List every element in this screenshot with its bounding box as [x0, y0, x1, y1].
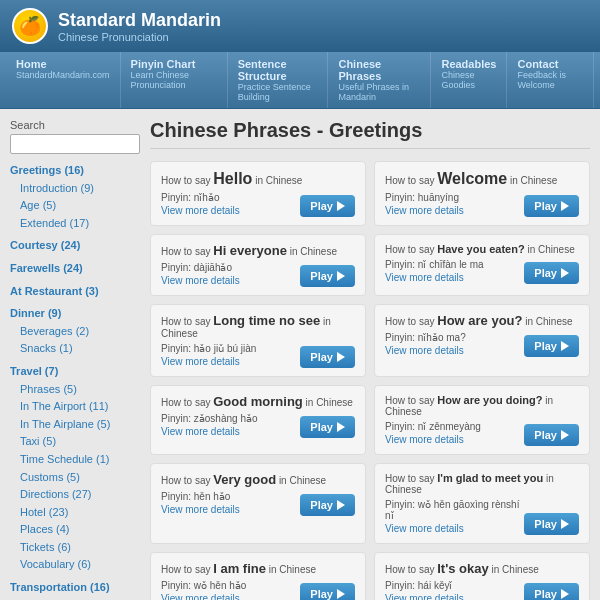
phrase-view-details[interactable]: View more details: [161, 504, 240, 515]
phrase-card-row: Pinyin: nǐhǎo View more details Play: [161, 192, 355, 217]
sidebar-subitem[interactable]: Taxi (5): [10, 433, 140, 451]
play-triangle-icon: [337, 589, 345, 599]
nav-item-chinese-phrases[interactable]: Chinese PhrasesUseful Phrases in Mandari…: [328, 52, 431, 108]
phrase-view-details[interactable]: View more details: [161, 205, 240, 216]
play-button[interactable]: Play: [524, 424, 579, 446]
play-triangle-icon: [337, 271, 345, 281]
play-triangle-icon: [561, 201, 569, 211]
main-nav: HomeStandardMandarin.comPinyin ChartLear…: [0, 52, 600, 109]
phrase-left: Pinyin: nǐ chīfàn le ma View more detail…: [385, 259, 524, 284]
phrase-pinyin: Pinyin: wǒ hěn hǎo: [161, 580, 300, 591]
phrase-pinyin: Pinyin: hǎo jiǔ bú jiàn: [161, 343, 300, 354]
play-button[interactable]: Play: [300, 265, 355, 287]
sidebar-subitem[interactable]: Age (5): [10, 197, 140, 215]
play-button[interactable]: Play: [524, 195, 579, 217]
phrase-word: It's okay: [437, 561, 489, 576]
phrase-view-details[interactable]: View more details: [385, 434, 464, 445]
play-button[interactable]: Play: [300, 346, 355, 368]
phrase-how-to: How to say Long time no see in Chinese: [161, 313, 355, 339]
phrase-pinyin: Pinyin: huānyíng: [385, 192, 524, 203]
phrase-word: How are you?: [437, 313, 522, 328]
sidebar-subitem[interactable]: Time Schedule (1): [10, 451, 140, 469]
phrase-card-row: Pinyin: wǒ hěn hǎo View more details Pla…: [161, 580, 355, 600]
phrase-left: Pinyin: nǐhǎo View more details: [161, 192, 300, 217]
play-button[interactable]: Play: [300, 416, 355, 438]
play-button[interactable]: Play: [300, 494, 355, 516]
sidebar-subitem[interactable]: Extended (17): [10, 215, 140, 233]
sidebar-category[interactable]: Travel (7): [10, 363, 140, 381]
nav-item-pinyin-chart[interactable]: Pinyin ChartLearn Chinese Pronunciation: [121, 52, 228, 108]
phrase-word: How are you doing?: [437, 394, 542, 406]
phrase-card-row: Pinyin: hǎo jiǔ bú jiàn View more detail…: [161, 343, 355, 368]
phrase-left: Pinyin: wǒ hěn gāoxìng rènshí nǐ View mo…: [385, 499, 524, 535]
play-triangle-icon: [561, 268, 569, 278]
sidebar-category[interactable]: Farewells (24): [10, 260, 140, 278]
phrase-view-details[interactable]: View more details: [385, 272, 464, 283]
phrase-view-details[interactable]: View more details: [161, 593, 240, 600]
phrase-left: Pinyin: zǎoshàng hǎo View more details: [161, 413, 300, 438]
nav-item-home[interactable]: HomeStandardMandarin.com: [6, 52, 121, 108]
play-button[interactable]: Play: [524, 335, 579, 357]
phrase-view-details[interactable]: View more details: [161, 356, 240, 367]
phrase-word: Welcome: [437, 170, 507, 187]
phrase-card-row: Pinyin: wǒ hěn gāoxìng rènshí nǐ View mo…: [385, 499, 579, 535]
nav-item-sentence-structure[interactable]: Sentence StructurePractice Sentence Buil…: [228, 52, 329, 108]
phrase-left: Pinyin: hái kěyǐ View more details: [385, 580, 524, 600]
sidebar-subitem[interactable]: Hotel (23): [10, 504, 140, 522]
phrase-view-details[interactable]: View more details: [161, 426, 240, 437]
phrase-card-row: Pinyin: hěn hǎo View more details Play: [161, 491, 355, 516]
play-button[interactable]: Play: [524, 262, 579, 284]
sidebar-category[interactable]: Greetings (16): [10, 162, 140, 180]
sidebar-subitem[interactable]: Beverages (2): [10, 323, 140, 341]
sidebar-subitem[interactable]: Vocabulary (6): [10, 556, 140, 574]
phrase-card: How to say I'm glad to meet you in Chine…: [374, 463, 590, 544]
phrase-card: How to say It's okay in Chinese Pinyin: …: [374, 552, 590, 600]
search-input[interactable]: [10, 134, 140, 154]
sidebar-category[interactable]: Transportation (16): [10, 579, 140, 597]
sidebar-category[interactable]: At Restaurant (3): [10, 283, 140, 301]
phrase-word: Very good: [213, 472, 276, 487]
phrase-card-row: Pinyin: dàjiāhǎo View more details Play: [161, 262, 355, 287]
play-button[interactable]: Play: [300, 583, 355, 600]
phrase-view-details[interactable]: View more details: [385, 523, 464, 534]
phrase-view-details[interactable]: View more details: [161, 275, 240, 286]
sidebar-subitem[interactable]: In The Airplane (5): [10, 416, 140, 434]
sidebar-subitem[interactable]: Snacks (1): [10, 340, 140, 358]
sidebar-subitem[interactable]: Places (4): [10, 521, 140, 539]
sidebar-subitem[interactable]: Tickets (6): [10, 539, 140, 557]
phrase-left: Pinyin: nǐhǎo ma? View more details: [385, 332, 524, 357]
phrase-left: Pinyin: huānyíng View more details: [385, 192, 524, 217]
phrase-view-details[interactable]: View more details: [385, 593, 464, 600]
content-area: Chinese Phrases - Greetings How to say H…: [150, 119, 590, 600]
phrase-pinyin: Pinyin: nǐ zěnmeyàng: [385, 421, 524, 432]
play-triangle-icon: [561, 430, 569, 440]
phrase-card-row: Pinyin: nǐ zěnmeyàng View more details P…: [385, 421, 579, 446]
search-label: Search: [10, 119, 140, 131]
phrase-card: How to say Good morning in Chinese Pinyi…: [150, 385, 366, 455]
sidebar-category[interactable]: Dinner (9): [10, 305, 140, 323]
play-button[interactable]: Play: [300, 195, 355, 217]
play-triangle-icon: [337, 352, 345, 362]
nav-item-readables[interactable]: ReadablesChinese Goodies: [431, 52, 507, 108]
sidebar-subitem[interactable]: In The Airport (11): [10, 398, 140, 416]
sidebar-category[interactable]: Courtesy (24): [10, 237, 140, 255]
phrase-how-to: How to say How are you doing? in Chinese: [385, 394, 579, 417]
site-subtitle: Chinese Pronunciation: [58, 31, 221, 43]
play-button[interactable]: Play: [524, 513, 579, 535]
play-triangle-icon: [337, 201, 345, 211]
sidebar: Search Greetings (16)Introduction (9)Age…: [10, 119, 140, 600]
phrase-pinyin: Pinyin: hái kěyǐ: [385, 580, 524, 591]
phrase-how-to: How to say Good morning in Chinese: [161, 394, 355, 409]
sidebar-subitem[interactable]: Directions (27): [10, 486, 140, 504]
phrase-view-details[interactable]: View more details: [385, 345, 464, 356]
header-text: Standard Mandarin Chinese Pronunciation: [58, 10, 221, 43]
phrase-view-details[interactable]: View more details: [385, 205, 464, 216]
sidebar-subitem[interactable]: Introduction (9): [10, 180, 140, 198]
nav-item-contact[interactable]: ContactFeedback is Welcome: [507, 52, 594, 108]
play-button[interactable]: Play: [524, 583, 579, 600]
phrase-word: I am fine: [213, 561, 266, 576]
phrase-how-to: How to say Hello in Chinese: [161, 170, 355, 188]
sidebar-subitem[interactable]: Customs (5): [10, 469, 140, 487]
sidebar-subitem[interactable]: Phrases (5): [10, 381, 140, 399]
phrase-left: Pinyin: hěn hǎo View more details: [161, 491, 300, 516]
